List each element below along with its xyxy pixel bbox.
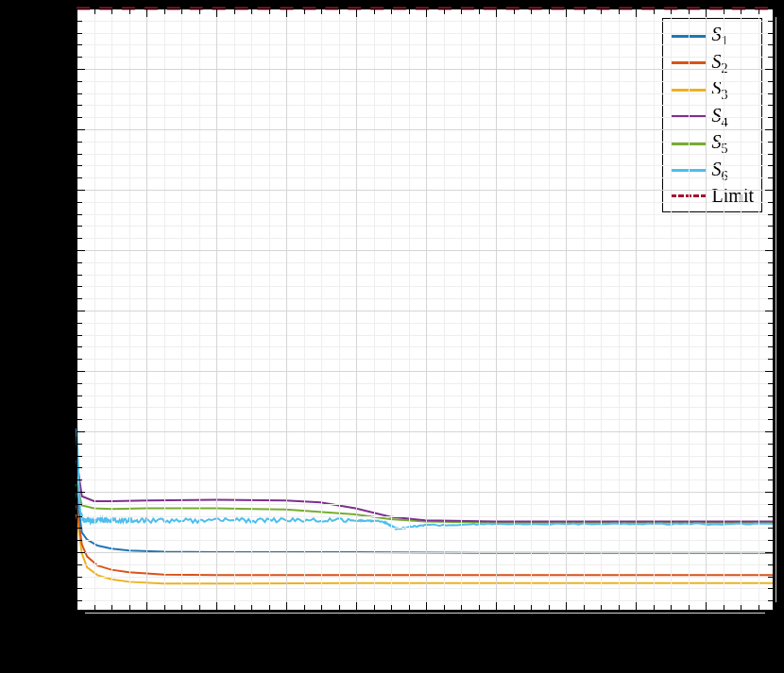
chart-container: S1S2S3S4S5S6Limit (0, 0, 784, 673)
legend: S1S2S3S4S5S6Limit (662, 18, 762, 212)
legend-label: S6 (712, 158, 728, 185)
legend-label: S2 (712, 50, 728, 77)
plot-area: S1S2S3S4S5S6Limit (76, 8, 775, 612)
legend-label: Limit (712, 184, 754, 208)
